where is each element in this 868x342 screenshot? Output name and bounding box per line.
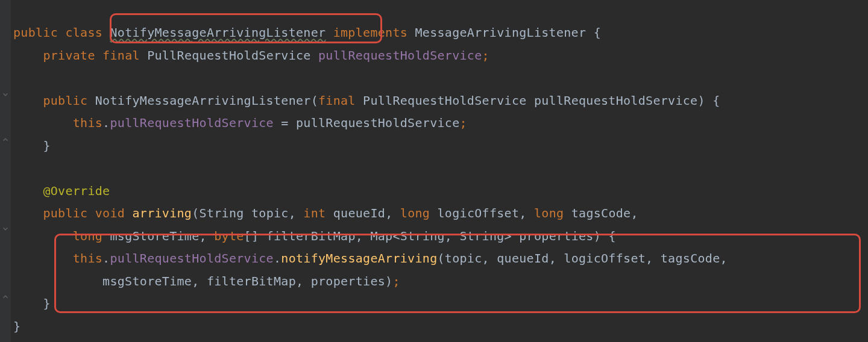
keyword-public: public (43, 206, 87, 220)
fold-icon[interactable] (1, 293, 10, 301)
fold-icon[interactable] (1, 135, 10, 144)
interface-name: MessageArrivingListener (415, 25, 586, 40)
constructor-name: NotifyMessageArrivingListener (95, 93, 311, 108)
keyword-private: private (43, 48, 95, 63)
param-type: PullRequestHoldService (363, 93, 527, 108)
brace-open: { (594, 25, 601, 40)
gutter (0, 0, 11, 342)
annotation-override: @Override (43, 184, 110, 198)
code-line[interactable]: long msgStoreTime, byte[] filterBitMap, … (13, 225, 868, 248)
keyword-public: public (13, 25, 58, 40)
code-line[interactable]: } (13, 293, 868, 316)
class-name: NotifyMessageArrivingListener (110, 25, 326, 40)
method-name: arriving (132, 206, 192, 220)
keyword-this: this (73, 251, 102, 266)
field-ref: pullRequestHoldService (110, 116, 274, 130)
code-line[interactable]: } (13, 135, 868, 158)
keyword-final: final (318, 93, 356, 108)
code-line[interactable]: private final PullRequestHoldService pul… (13, 45, 868, 67)
semicolon: ; (482, 48, 489, 63)
code-line[interactable]: public void arriving(String topic, int q… (13, 202, 868, 225)
keyword-public: public (43, 93, 87, 108)
code-line[interactable]: msgStoreTime, filterBitMap, properties); (13, 270, 868, 293)
keyword-void: void (95, 206, 125, 220)
code-line[interactable]: this.pullRequestHoldService.notifyMessag… (13, 247, 868, 270)
keyword-implements: implements (333, 25, 407, 40)
code-editor[interactable]: public class NotifyMessageArrivingListen… (0, 0, 868, 342)
fold-icon[interactable] (1, 90, 10, 99)
fold-icon[interactable] (1, 225, 10, 233)
blank-line[interactable] (13, 67, 868, 90)
method-call: notifyMessageArriving (281, 251, 437, 266)
param-name: pullRequestHoldService (534, 93, 698, 108)
code-line[interactable]: } (13, 316, 868, 338)
keyword-this: this (73, 116, 102, 130)
field-name: pullRequestHoldService (318, 48, 482, 63)
brace-close: } (43, 296, 50, 311)
code-area[interactable]: public class NotifyMessageArrivingListen… (13, 0, 868, 338)
code-line[interactable]: public NotifyMessageArrivingListener(fin… (13, 90, 868, 113)
code-line[interactable]: this.pullRequestHoldService = pullReques… (13, 112, 868, 135)
keyword-final: final (102, 48, 140, 63)
field-ref: pullRequestHoldService (110, 251, 274, 266)
type-name: PullRequestHoldService (147, 48, 311, 63)
keyword-class: class (65, 25, 102, 40)
code-line[interactable]: @Override (13, 180, 868, 203)
blank-line[interactable] (13, 157, 868, 180)
identifier: pullRequestHoldService (296, 116, 460, 130)
brace-close: } (13, 319, 20, 334)
code-line[interactable]: public class NotifyMessageArrivingListen… (13, 22, 868, 45)
brace-close: } (43, 138, 50, 153)
